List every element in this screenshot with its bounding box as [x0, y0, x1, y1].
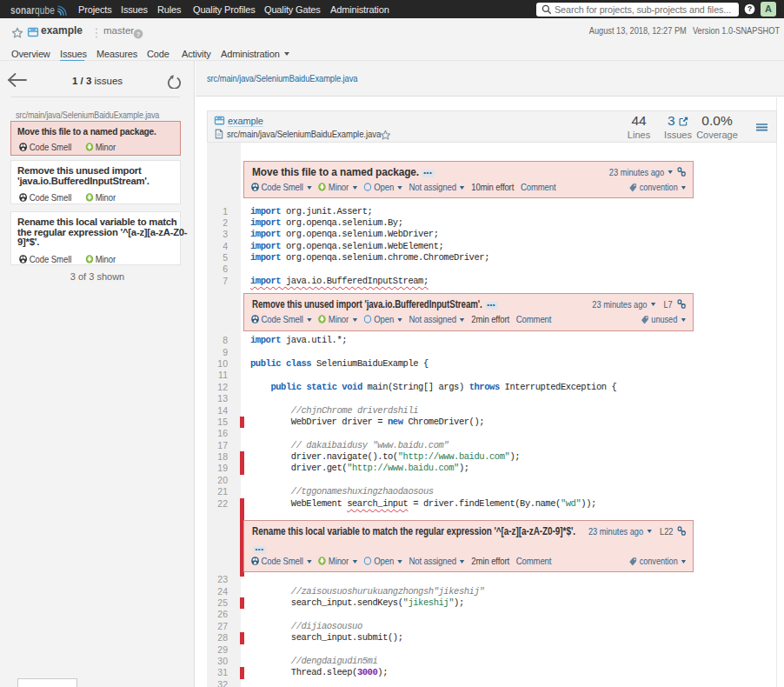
- svg-text:?: ?: [747, 4, 752, 13]
- svg-text:?: ?: [136, 30, 141, 37]
